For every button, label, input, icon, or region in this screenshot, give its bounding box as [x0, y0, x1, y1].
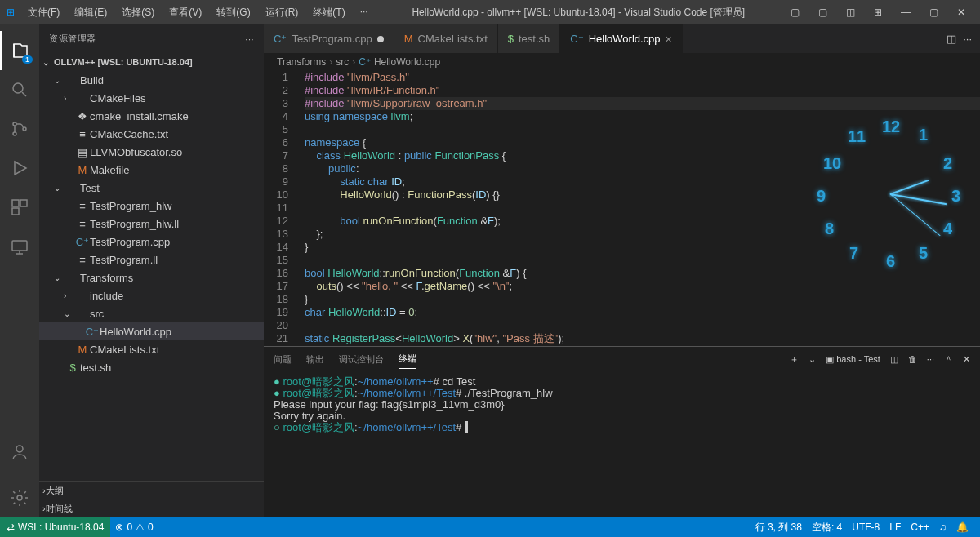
notifications-icon[interactable]: 🔔: [951, 521, 973, 535]
file-label: Transforms: [80, 272, 133, 284]
run-debug-icon[interactable]: [0, 149, 39, 188]
svg-point-9: [17, 495, 22, 500]
account-icon[interactable]: [0, 433, 39, 472]
breadcrumb-item[interactable]: src: [336, 56, 349, 68]
menu-select[interactable]: 选择(S): [115, 2, 161, 23]
eol-status[interactable]: LF: [884, 521, 906, 535]
settings-icon[interactable]: [0, 478, 39, 517]
new-terminal-icon[interactable]: ＋: [790, 353, 799, 366]
tree-item[interactable]: ⌄Build: [39, 71, 264, 89]
tree-item[interactable]: ›CMakeFiles: [39, 89, 264, 107]
kill-terminal-icon[interactable]: 🗑: [908, 354, 917, 364]
encoding-status[interactable]: UTF-8: [847, 521, 884, 535]
tree-item[interactable]: ≡TestProgram.ll: [39, 251, 264, 268]
feedback-icon[interactable]: ♫: [934, 521, 951, 535]
panel-bottom-icon[interactable]: ▢: [810, 3, 835, 21]
file-label: TestProgram.cpp: [90, 236, 170, 248]
close-tab-icon[interactable]: ×: [666, 33, 672, 46]
terminal-output[interactable]: ● root@暗影之风:~/home/ollvm++# cd Test● roo…: [264, 371, 980, 517]
tree-item[interactable]: ⌄Test: [39, 179, 264, 197]
customize-layout-icon[interactable]: ⊞: [866, 3, 890, 21]
file-icon: $: [65, 362, 80, 374]
file-icon: M: [75, 164, 90, 176]
tree-item[interactable]: C⁺HelloWorld.cpp: [39, 322, 264, 340]
tree-item[interactable]: ≡TestProgram_hlw.ll: [39, 215, 264, 233]
tree-item[interactable]: ▤LLVMObfuscator.so: [39, 143, 264, 161]
menu-edit[interactable]: 编辑(E): [68, 2, 114, 23]
editor-tab[interactable]: C⁺TestProgram.cpp: [264, 24, 394, 53]
file-label: CMakeFiles: [90, 92, 146, 104]
chevron-icon: ⌄: [54, 184, 65, 193]
tree-item[interactable]: ⌄Transforms: [39, 268, 264, 286]
language-status[interactable]: C++: [906, 521, 934, 535]
editor-area: C⁺TestProgram.cppMCMakeLists.txt$test.sh…: [264, 24, 980, 517]
explorer-icon[interactable]: 1: [0, 31, 39, 70]
file-tree: ⌄ OLLVM++ [WSL: UBUNTU-18.04] ⌄Build›CMa…: [39, 53, 264, 481]
debug-console-tab[interactable]: 调试控制台: [339, 350, 384, 369]
file-icon: ≡: [75, 128, 90, 140]
more-icon[interactable]: ···: [927, 354, 934, 364]
code-content[interactable]: #include "llvm/Pass.h"#include "llvm/IR/…: [305, 71, 980, 346]
breadcrumb[interactable]: Transforms › src › C⁺ HelloWorld.cpp: [264, 53, 980, 71]
problems-tab[interactable]: 问题: [274, 350, 292, 369]
menu-view[interactable]: 查看(V): [163, 2, 208, 23]
menu-goto[interactable]: 转到(G): [210, 2, 256, 23]
file-icon: ❖: [75, 110, 90, 122]
layout-icon[interactable]: ▢: [782, 3, 807, 21]
menu-bar: 文件(F) 编辑(E) 选择(S) 查看(V) 转到(G) 运行(R) 终端(T…: [21, 2, 375, 23]
close-panel-icon[interactable]: ✕: [963, 354, 970, 365]
breadcrumb-item[interactable]: HelloWorld.cpp: [374, 56, 440, 68]
indent-status[interactable]: 空格: 4: [807, 521, 847, 535]
timeline-panel[interactable]: › 时间线: [39, 499, 264, 517]
tree-item[interactable]: ❖cmake_install.cmake: [39, 107, 264, 125]
source-control-icon[interactable]: [0, 109, 39, 149]
minimize-button[interactable]: —: [893, 3, 918, 21]
tab-label: CMakeLists.txt: [418, 33, 488, 45]
sidebar-more-icon[interactable]: ···: [245, 34, 254, 44]
remote-explorer-icon[interactable]: [0, 227, 39, 266]
output-tab[interactable]: 输出: [306, 350, 324, 369]
problems-status[interactable]: ⊗0 ⚠0: [110, 521, 158, 533]
file-label: include: [90, 290, 123, 302]
tree-item[interactable]: MMakefile: [39, 161, 264, 179]
file-icon: C⁺: [570, 33, 583, 45]
split-terminal-icon[interactable]: ◫: [890, 354, 898, 365]
tree-item[interactable]: $test.sh: [39, 358, 264, 376]
sidebar-header: 资源管理器 ···: [39, 24, 264, 53]
menu-run[interactable]: 运行(R): [259, 2, 305, 23]
tree-item[interactable]: ⌄src: [39, 304, 264, 322]
terminal-tab[interactable]: 终端: [399, 349, 416, 369]
search-icon[interactable]: [0, 70, 39, 109]
editor-tab[interactable]: MCMakeLists.txt: [394, 24, 498, 53]
menu-more[interactable]: ···: [354, 2, 375, 23]
close-button[interactable]: ✕: [949, 3, 973, 21]
tree-root[interactable]: ⌄ OLLVM++ [WSL: UBUNTU-18.04]: [39, 53, 264, 71]
code-editor[interactable]: 123456789101112131415161718192021 #inclu…: [264, 71, 980, 346]
editor-tabs: C⁺TestProgram.cppMCMakeLists.txt$test.sh…: [264, 24, 980, 53]
maximize-panel-icon[interactable]: ＾: [944, 353, 953, 366]
menu-file[interactable]: 文件(F): [21, 2, 66, 23]
remote-indicator[interactable]: ⇄ WSL: Ubuntu-18.04: [0, 517, 110, 537]
tree-item[interactable]: ≡CMakeCache.txt: [39, 125, 264, 143]
extensions-icon[interactable]: [0, 188, 39, 227]
tree-item[interactable]: ≡TestProgram_hlw: [39, 197, 264, 215]
split-editor-icon[interactable]: ◫: [947, 33, 956, 45]
tab-actions: ◫ ···: [938, 24, 980, 53]
dropdown-icon[interactable]: ⌄: [808, 354, 816, 365]
file-label: LLVMObfuscator.so: [90, 146, 182, 158]
cursor-position[interactable]: 行 3, 列 38: [751, 521, 807, 535]
tree-item[interactable]: MCMakeLists.txt: [39, 340, 264, 358]
file-icon: M: [75, 344, 90, 356]
tree-item[interactable]: C⁺TestProgram.cpp: [39, 233, 264, 251]
menu-terminal[interactable]: 终端(T): [306, 2, 351, 23]
outline-panel[interactable]: › 大纲: [39, 482, 264, 499]
sidebar-footer: › 大纲 › 时间线: [39, 481, 264, 517]
editor-tab[interactable]: C⁺HelloWorld.cpp×: [560, 24, 683, 53]
more-actions-icon[interactable]: ···: [963, 33, 972, 45]
panel-right-icon[interactable]: ◫: [838, 3, 862, 21]
tree-item[interactable]: ›include: [39, 286, 264, 304]
editor-tab[interactable]: $test.sh: [498, 24, 561, 53]
shell-label[interactable]: ▣ bash - Test: [826, 354, 880, 365]
breadcrumb-item[interactable]: Transforms: [277, 56, 326, 68]
maximize-button[interactable]: ▢: [921, 3, 946, 21]
